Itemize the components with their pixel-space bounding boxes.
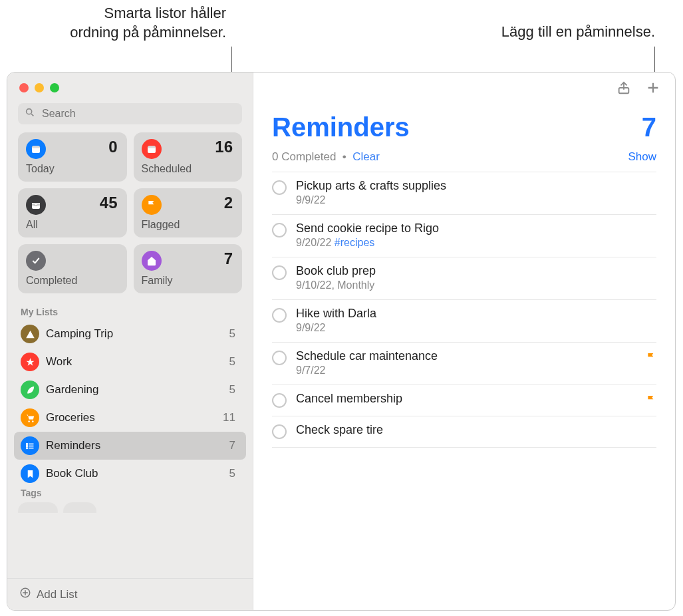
card-count: 45: [100, 194, 118, 212]
separator-dot: •: [342, 150, 346, 163]
my-lists-header: My Lists: [7, 303, 253, 320]
flag-icon: [646, 394, 656, 405]
svg-point-13: [26, 447, 27, 448]
toolbar: [253, 73, 675, 100]
reminders-window: 0 Today 16 Scheduled 45 All 2 Flagged Co…: [7, 72, 676, 611]
minimize-button[interactable]: [35, 83, 44, 92]
svg-rect-3: [32, 146, 40, 148]
list-name: Groceries: [46, 411, 216, 424]
tags-header: Tags: [7, 488, 253, 501]
smart-list-card[interactable]: Completed: [18, 244, 127, 293]
add-list-label: Add List: [37, 588, 77, 601]
reminder-body: Hike with Darla 9/9/22: [296, 307, 656, 334]
smart-list-card[interactable]: 0 Today: [18, 132, 127, 182]
reminder-subtitle: 9/20/22 #recipes: [296, 237, 656, 249]
card-label: Scheduled: [142, 163, 235, 175]
smart-list-card[interactable]: 45 All: [18, 188, 127, 237]
reminder-checkbox[interactable]: [272, 351, 287, 365]
reminder-body: Cancel membership: [296, 392, 636, 406]
reminder-item[interactable]: Cancel membership: [272, 385, 656, 416]
reminder-item[interactable]: Schedule car maintenance 9/7/22: [272, 343, 656, 385]
list-count: 5: [229, 327, 239, 341]
page-title: Reminders: [272, 112, 410, 142]
reminder-title: Cancel membership: [296, 392, 636, 406]
reminder-checkbox[interactable]: [272, 308, 287, 323]
reminder-item[interactable]: Hike with Darla 9/9/22: [272, 300, 656, 343]
list-count: 11: [223, 411, 239, 424]
search-input[interactable]: [41, 107, 235, 120]
share-icon: [616, 80, 631, 98]
sidebar-list-item[interactable]: Groceries 11: [14, 404, 246, 432]
svg-rect-5: [148, 146, 156, 148]
list-name: Camping Trip: [46, 327, 223, 341]
calendar-icon: [26, 139, 46, 159]
reminder-checkbox[interactable]: [272, 393, 287, 408]
share-button[interactable]: [616, 82, 631, 96]
svg-point-6: [28, 420, 30, 422]
leaf-icon: [21, 381, 39, 399]
calendar-icon: [142, 139, 162, 159]
completed-text: 0 Completed: [272, 150, 336, 163]
fullscreen-button[interactable]: [50, 83, 59, 92]
card-label: All: [26, 219, 119, 231]
sidebar-list-item[interactable]: Work 5: [14, 348, 246, 376]
card-label: Today: [26, 163, 119, 175]
reminder-tag[interactable]: #recipes: [335, 237, 374, 248]
list-name: Work: [46, 355, 223, 369]
check-icon: [26, 251, 46, 271]
search-field[interactable]: [18, 103, 242, 124]
add-reminder-button[interactable]: [646, 82, 660, 96]
add-list-button[interactable]: Add List: [7, 578, 253, 610]
smart-list-card[interactable]: 16 Scheduled: [134, 132, 243, 182]
show-completed-button[interactable]: Show: [628, 150, 656, 164]
completed-row: 0 Completed • Clear Show: [253, 145, 675, 172]
bookmark-icon: [21, 464, 39, 483]
reminder-subtitle: 9/7/22: [296, 365, 636, 377]
reminder-item[interactable]: Pickup arts & crafts supplies 9/9/22: [272, 172, 656, 215]
tag-chips: [7, 501, 253, 513]
card-count: 0: [108, 138, 117, 156]
callout-left: Smarta listor håller ordning på påminnel…: [13, 4, 226, 42]
star-icon: [21, 353, 39, 371]
smart-lists-grid: 0 Today 16 Scheduled 45 All 2 Flagged Co…: [7, 132, 253, 303]
smart-list-card[interactable]: 7 Family: [134, 244, 243, 293]
list-count: 5: [229, 383, 239, 396]
reminder-checkbox[interactable]: [272, 265, 287, 280]
cart-icon: [21, 408, 39, 427]
reminder-items: Pickup arts & crafts supplies 9/9/22 Sen…: [253, 172, 675, 448]
reminder-checkbox[interactable]: [272, 180, 287, 195]
callout-text: Lägg till en påminnelse.: [501, 23, 655, 40]
card-count: 7: [224, 249, 233, 268]
svg-point-11: [26, 443, 27, 444]
sidebar-list-item[interactable]: Camping Trip 5: [14, 320, 246, 348]
smart-list-card[interactable]: 2 Flagged: [134, 188, 243, 237]
reminder-item[interactable]: Send cookie recipe to Rigo 9/20/22 #reci…: [272, 215, 656, 257]
reminder-checkbox[interactable]: [272, 223, 287, 237]
reminder-subtitle: 9/9/22: [296, 194, 656, 206]
svg-line-1: [31, 114, 33, 116]
close-button[interactable]: [19, 83, 29, 92]
list-count: 5: [229, 355, 239, 369]
reminder-item[interactable]: Check spare tire: [272, 416, 656, 448]
clear-completed-button[interactable]: Clear: [352, 150, 380, 163]
reminder-title: Check spare tire: [296, 423, 656, 437]
list-count: 5: [229, 467, 239, 480]
reminder-title: Schedule car maintenance: [296, 349, 636, 363]
window-controls: [7, 73, 253, 99]
reminder-body: Check spare tire: [296, 423, 656, 437]
list-name: Book Club: [46, 467, 223, 480]
list-count: 7: [229, 439, 239, 452]
title-row: Reminders 7: [253, 100, 675, 145]
sidebar-list-item[interactable]: Book Club 5: [14, 460, 246, 488]
reminder-title: Book club prep: [296, 264, 656, 278]
card-count: 16: [215, 138, 233, 156]
sidebar-list-item[interactable]: Gardening 5: [14, 376, 246, 404]
sidebar-list-item[interactable]: Reminders 7: [14, 432, 246, 460]
reminder-checkbox[interactable]: [272, 424, 287, 439]
reminder-item[interactable]: Book club prep 9/10/22, Monthly: [272, 257, 656, 300]
reminder-title: Pickup arts & crafts supplies: [296, 179, 656, 193]
reminder-title: Hike with Darla: [296, 307, 656, 321]
sidebar: 0 Today 16 Scheduled 45 All 2 Flagged Co…: [7, 73, 253, 610]
reminder-body: Schedule car maintenance 9/7/22: [296, 349, 636, 377]
flag-icon: [142, 195, 162, 215]
